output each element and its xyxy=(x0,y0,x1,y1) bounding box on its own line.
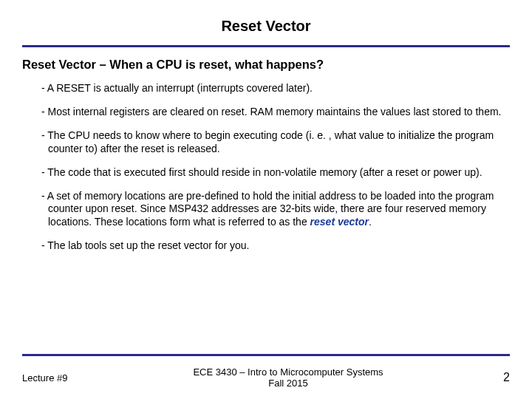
page-number: 2 xyxy=(466,371,510,384)
subheading: Reset Vector – When a CPU is reset, what… xyxy=(22,58,510,72)
term-reset-vector: reset vector xyxy=(310,216,369,228)
bullet-item: - A set of memory locations are pre-defi… xyxy=(41,190,505,230)
slide: Reset Vector Reset Vector – When a CPU i… xyxy=(0,0,532,399)
divider-bottom xyxy=(22,354,510,356)
footer: Lecture #9 ECE 3430 – Intro to Microcomp… xyxy=(22,366,510,389)
footer-course: ECE 3430 – Intro to Microcomputer System… xyxy=(111,366,466,389)
footer-course-line1: ECE 3430 – Intro to Microcomputer System… xyxy=(111,366,466,378)
bullet-item: - The CPU needs to know where to begin e… xyxy=(41,129,505,156)
bullet-list: - A RESET is actually an interrupt (inte… xyxy=(22,82,510,253)
bullet-item: - Most internal registers are cleared on… xyxy=(41,106,505,119)
slide-title: Reset Vector xyxy=(22,18,510,35)
bullet-item: - A RESET is actually an interrupt (inte… xyxy=(41,82,505,95)
footer-course-line2: Fall 2015 xyxy=(111,378,466,389)
footer-lecture: Lecture #9 xyxy=(22,372,111,383)
bullet-item: - The code that is executed first should… xyxy=(41,166,505,180)
divider-top xyxy=(22,45,510,47)
bullet-text: - A set of memory locations are pre-defi… xyxy=(41,190,494,228)
bullet-item: - The lab tools set up the reset vector … xyxy=(41,239,505,253)
bullet-text: . xyxy=(369,216,372,228)
